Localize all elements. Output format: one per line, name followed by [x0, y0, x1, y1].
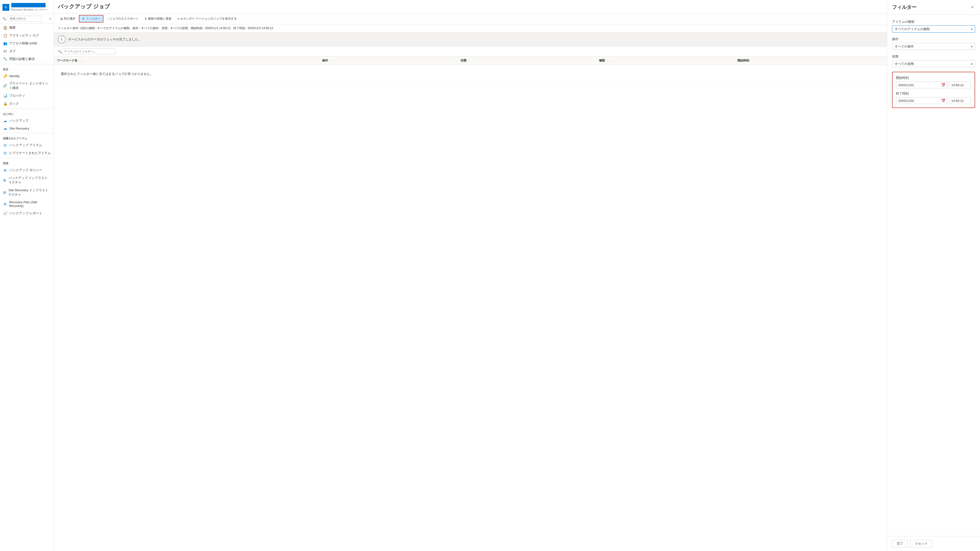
- status-group: 状態 すべての状態 完了 失敗 進行中: [892, 54, 975, 67]
- sidebar-item-label: バックアップ: [9, 119, 29, 123]
- sidebar-item-label: 概要: [9, 25, 16, 30]
- sidebar-item-backup-infra[interactable]: ⊞ バックアップ インフラストラクチャ: [0, 174, 54, 186]
- table-area: 🔍 ワークロード名 ↑↓ 操作 ↑↓ 状態 ↑↓: [54, 46, 887, 551]
- operation-group: 操作 すべての操作 バックアップ 復元: [892, 37, 975, 50]
- sidebar-header: ≡ Recovery Services コンテナー: [0, 0, 54, 14]
- sidebar-item-backup-report[interactable]: 📈 バックアップ レポート: [0, 210, 54, 217]
- col-type: 種類 ↑↓: [596, 57, 735, 65]
- backup-policy-icon: ⊞: [3, 168, 7, 172]
- search-input[interactable]: [8, 16, 42, 22]
- nav-section-protected: 保護されたアイテム: [0, 134, 54, 141]
- item-type-select[interactable]: すべてのアイテムの種類 Azure VM SQL in Azure VM Azu…: [892, 25, 975, 33]
- reset-button[interactable]: リセット: [910, 540, 932, 548]
- nav-section-manage: 管理: [0, 159, 54, 166]
- sidebar-item-recovery-plan[interactable]: ⊞ Recovery Plan (Site Recovery): [0, 198, 54, 210]
- export-button[interactable]: ↑ ジョブのエクスポート: [104, 16, 141, 22]
- no-results-text: 選択されたフィルター値に当てはまるジョブが見つかりません。: [57, 67, 884, 81]
- start-time-label: 開始時刻: [896, 76, 971, 80]
- private-endpoint-icon: 🔗: [3, 84, 7, 88]
- table-header-row: ワークロード名 ↑↓ 操作 ↑↓ 状態 ↑↓ 種類 ↑↓: [54, 57, 887, 65]
- info-message-bar: i サービスからのデータのフェッチが完了しました。: [54, 33, 887, 46]
- sort-icon-status[interactable]: ↑↓: [468, 59, 471, 62]
- backup-infra-icon: ⊞: [3, 178, 6, 182]
- sidebar-item-replicated-items[interactable]: ⊟ レプリケートされたアイテム: [0, 149, 54, 157]
- sidebar-item-identity[interactable]: 🔑 Identity: [0, 72, 54, 79]
- sidebar-item-site-recovery-infra[interactable]: ⊞ Site Recovery インフラストラクチャ: [0, 186, 54, 198]
- end-time-input[interactable]: [949, 97, 971, 104]
- refresh-btn-label: 最新の情報に更新: [148, 17, 172, 21]
- overview-icon: 🏠: [3, 26, 7, 30]
- toolbar: ⊞ 列の選択 ▼ フィルター ↑ ジョブのエクスポート ↻ 最新の情報に更新 ≡…: [54, 13, 887, 24]
- sidebar-item-label: バックアップ ポリシー: [9, 168, 42, 172]
- secondary-region-button[interactable]: ≡ セカンダリ リージョンのジョブを表示する: [175, 16, 239, 22]
- sidebar-item-activity-log[interactable]: 📋 アクティビティ ログ: [0, 32, 54, 40]
- filter-bar: フィルター条件: 項目の種類 - すべてのアイテムの種類、操作 - すべての操作…: [54, 24, 887, 33]
- sidebar-item-lock[interactable]: 🔒 ロック: [0, 100, 54, 108]
- jobs-table: ワークロード名 ↑↓ 操作 ↑↓ 状態 ↑↓ 種類 ↑↓: [54, 57, 887, 83]
- sidebar-item-label: Recovery Plan (Site Recovery): [9, 200, 51, 208]
- activity-log-icon: 📋: [3, 33, 7, 38]
- info-icon: i: [58, 35, 66, 43]
- sidebar-item-label: レプリケートされたアイテム: [9, 151, 51, 155]
- sidebar-item-label: アクセス制御 (IAM): [9, 41, 37, 46]
- status-select[interactable]: すべての状態 完了 失敗 進行中: [892, 60, 975, 67]
- end-date-value: 2020/11/02: [898, 99, 914, 103]
- sort-icon-workload[interactable]: ↑↓: [79, 59, 81, 62]
- sidebar-item-tags[interactable]: 🏷 タグ: [0, 47, 54, 55]
- end-time-label: 終了時刻: [896, 91, 971, 96]
- nav-divider-1: [0, 64, 54, 64]
- main-content: バックアップ ジョブ ⊞ 列の選択 ▼ フィルター ↑ ジョブのエクスポート ↻…: [54, 0, 887, 551]
- start-time-input[interactable]: [949, 81, 971, 88]
- col-status: 状態 ↑↓: [458, 57, 596, 65]
- col-start-time-label: 開始時刻: [737, 59, 749, 62]
- refresh-button[interactable]: ↻ 最新の情報に更新: [142, 16, 174, 22]
- sidebar-item-site-recovery[interactable]: ☁ Site Recovery: [0, 125, 54, 132]
- filter-panel: フィルター × アイテムの種類 すべてのアイテムの種類 Azure VM SQL…: [887, 0, 980, 551]
- filter-button[interactable]: ▼ フィルター: [79, 15, 103, 22]
- item-type-group: アイテムの種類 すべてのアイテムの種類 Azure VM SQL in Azur…: [892, 20, 975, 33]
- sidebar-item-backup[interactable]: ☁ バックアップ: [0, 117, 54, 125]
- sort-icon-type[interactable]: ↑↓: [607, 59, 609, 62]
- nav-section-start: はじめに: [0, 110, 54, 117]
- operation-select[interactable]: すべての操作 バックアップ 復元: [892, 43, 975, 50]
- export-btn-label: ジョブのエクスポート: [109, 17, 139, 21]
- item-type-label: アイテムの種類: [892, 20, 975, 24]
- item-type-select-wrapper: すべてのアイテムの種類 Azure VM SQL in Azure VM Azu…: [892, 25, 975, 33]
- table-search-input[interactable]: [62, 49, 116, 54]
- lock-icon: 🔒: [3, 102, 7, 106]
- table-row: 選択されたフィルター値に当てはまるジョブが見つかりません。: [54, 65, 887, 83]
- properties-icon: 📊: [3, 94, 7, 98]
- sort-icon-operation[interactable]: ↑↓: [330, 59, 332, 62]
- sidebar-item-access-control[interactable]: 👥 アクセス制御 (IAM): [0, 40, 54, 47]
- export-icon: ↑: [107, 17, 108, 21]
- backup-items-icon: ⊟: [3, 143, 7, 147]
- sidebar-search-area: 🔍 «: [0, 14, 54, 24]
- col-operation-label: 操作: [322, 59, 328, 62]
- secondary-btn-label: セカンダリ リージョンのジョブを表示する: [180, 17, 237, 21]
- nav-divider-2: [0, 108, 54, 109]
- complete-button[interactable]: 完了: [892, 540, 908, 548]
- filter-icon: ▼: [82, 17, 85, 21]
- collapse-button[interactable]: «: [49, 17, 51, 21]
- end-date-input[interactable]: 2020/11/02 📅: [896, 97, 948, 104]
- nav-section-settings: 設定: [0, 65, 54, 72]
- secondary-icon: ≡: [177, 17, 179, 21]
- tags-icon: 🏷: [3, 49, 7, 53]
- identity-icon: 🔑: [3, 74, 7, 78]
- sidebar-item-properties[interactable]: 📊 プロパティ: [0, 92, 54, 100]
- sidebar-item-diagnose[interactable]: 🔧 問題の診断と解決: [0, 55, 54, 63]
- sidebar-item-private-endpoint[interactable]: 🔗 プライベート エンドポイント接続: [0, 79, 54, 92]
- site-recovery-infra-icon: ⊞: [3, 191, 6, 194]
- sidebar-item-backup-items[interactable]: ⊟ バックアップ アイテム: [0, 141, 54, 149]
- sidebar-item-label: アクティビティ ログ: [9, 33, 39, 38]
- panel-close-button[interactable]: ×: [969, 4, 975, 10]
- start-date-value: 2020/11/01: [898, 83, 914, 87]
- col-status-label: 状態: [461, 59, 466, 62]
- operation-label: 操作: [892, 37, 975, 41]
- start-time-group: 開始時刻 2020/11/01 📅: [896, 76, 971, 88]
- sidebar-item-overview[interactable]: 🏠 概要: [0, 24, 54, 32]
- start-date-input[interactable]: 2020/11/01 📅: [896, 81, 948, 88]
- sidebar-item-backup-policy[interactable]: ⊞ バックアップ ポリシー: [0, 166, 54, 174]
- info-message-text: サービスからのデータのフェッチが完了しました。: [68, 37, 142, 41]
- columns-select-button[interactable]: ⊞ 列の選択: [58, 16, 78, 22]
